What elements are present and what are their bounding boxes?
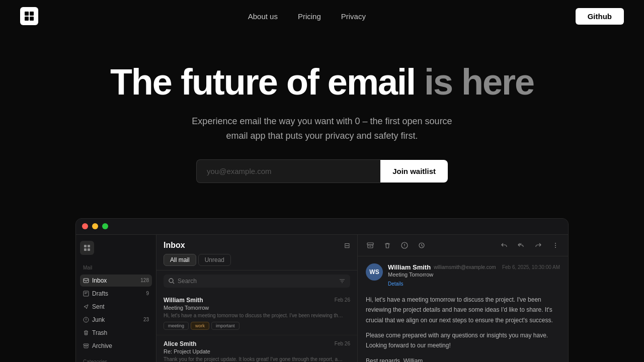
svg-rect-0 [25,12,29,16]
tag-meeting: meeting [164,322,189,330]
search-input[interactable] [178,278,336,285]
navbar: About us Pricing Privacy Github [0,0,644,32]
inbox-label: Inbox [92,277,107,284]
junk-label: Junk [92,316,105,323]
spam-button[interactable] [398,239,411,252]
close-dot [82,223,88,229]
svg-point-17 [169,279,173,283]
forward-button[interactable] [532,239,545,252]
svg-rect-6 [84,248,87,251]
archive-label: Archive [92,342,112,349]
email-preview-1: Hi, let's have a meeting tomorrow to dis… [164,312,345,319]
search-filter-icon [339,278,345,284]
join-waitlist-button[interactable]: Join waitlist [380,160,448,183]
inbox-badge: 128 [140,278,149,283]
svg-rect-7 [88,248,90,251]
nav-links: About us Pricing Privacy [248,12,366,21]
body-sign: Best regards, William [366,356,560,362]
email-preview-2: Thank you for the project update. It loo… [164,356,345,362]
filter-icon[interactable]: ⊟ [344,241,350,249]
detail-header: WS William Smith williamsmith@example.co… [366,263,560,288]
detail-toolbar [358,235,568,256]
search-bar[interactable] [164,275,350,288]
sidebar-item-archive[interactable]: Archive [80,340,152,352]
tag-work: work [191,322,209,330]
reply-button[interactable] [498,239,511,252]
github-button[interactable]: Github [576,8,624,25]
nav-pricing[interactable]: Pricing [298,12,321,21]
app-titlebar [76,219,568,235]
nav-about[interactable]: About us [248,12,278,21]
delete-button[interactable] [381,239,394,252]
svg-rect-1 [30,12,34,16]
email-date-1: Feb 26 [335,297,350,303]
body-para1: Hi, let's have a meeting tomorrow to dis… [366,295,560,325]
reply-all-button[interactable] [515,239,528,252]
email-item-1[interactable]: William Smith Feb 26 Meeting Tomorrow Hi… [156,292,357,335]
sidebar-item-inbox[interactable]: Inbox 128 [80,275,152,287]
svg-point-22 [555,243,556,244]
svg-point-24 [555,247,556,248]
email-subject-1: Meeting Tomorrow [164,305,350,311]
drafts-badge: 9 [146,291,149,296]
sent-label: Sent [92,303,105,310]
detail-sender-name: William Smith [388,263,431,271]
archive-button[interactable] [364,239,377,252]
hero-subtitle: Experience email the way you want with 0… [181,114,463,143]
detail-date: Feb 6, 2025, 10:30:00 AM [502,264,560,270]
hero-section: The future of email is here Experience e… [0,32,644,203]
trash-label: Trash [92,329,107,336]
svg-rect-2 [25,17,29,21]
email-sender-1: William Smith [164,297,203,304]
sidebar-item-trash[interactable]: Trash [80,327,152,339]
detail-sender-email: williamsmith@example.com [434,264,496,270]
email-item-2[interactable]: Alice Smith Feb 26 Re: Project Update Th… [156,335,357,362]
mail-section-label: Mail [80,263,152,273]
app-body: Mail Inbox 128 Drafts 9 Sent Jun [76,235,568,362]
minimize-dot [92,223,98,229]
svg-rect-4 [84,245,87,247]
sidebar: Mail Inbox 128 Drafts 9 Sent Jun [76,235,156,362]
drafts-label: Drafts [92,290,108,297]
body-para2: Please come prepared with any questions … [366,330,560,351]
detail-subject: Meeting Tomorrow [388,272,497,278]
email-list-header: Inbox ⊟ All mail Unread [156,235,357,270]
maximize-dot [102,223,108,229]
detail-content: WS William Smith williamsmith@example.co… [358,256,568,362]
tab-row: All mail Unread [164,254,350,266]
svg-rect-3 [30,17,34,21]
email-date-2: Feb 26 [335,341,350,346]
sidebar-item-junk[interactable]: Junk 23 [80,314,152,326]
email-sender-2: Alice Smith [164,340,196,347]
categories-section-label: Categories [80,357,152,362]
snooze-button[interactable] [415,239,428,252]
email-list: Inbox ⊟ All mail Unread [156,235,358,362]
email-body: Hi, let's have a meeting tomorrow to dis… [366,295,560,362]
inbox-title: Inbox [164,241,185,250]
email-input[interactable] [196,159,380,183]
details-link[interactable]: Details [388,281,404,287]
more-button[interactable] [549,239,562,252]
junk-badge: 23 [143,317,149,322]
logo[interactable] [20,7,38,25]
sender-avatar: WS [366,263,383,281]
headline-part1: The future of email [110,62,415,102]
sender-info: William Smith williamsmith@example.com M… [388,263,497,288]
hero-headline: The future of email is here [10,62,634,102]
nav-privacy[interactable]: Privacy [341,12,366,21]
svg-rect-18 [367,243,373,245]
svg-rect-8 [84,279,89,283]
headline-part2: is here [424,62,534,102]
email-tags-1: meeting work important [164,322,350,330]
app-preview: Mail Inbox 128 Drafts 9 Sent Jun [75,218,569,362]
svg-rect-5 [88,245,90,247]
sidebar-item-drafts[interactable]: Drafts 9 [80,288,152,300]
sidebar-item-sent[interactable]: Sent [80,301,152,313]
tab-all-mail[interactable]: All mail [164,254,196,266]
email-subject-2: Re: Project Update [164,348,350,354]
email-items: William Smith Feb 26 Meeting Tomorrow Hi… [156,292,357,362]
waitlist-form: Join waitlist [196,159,448,183]
tab-unread[interactable]: Unread [198,254,231,266]
search-icon [169,278,175,284]
tag-important: important [211,322,239,330]
